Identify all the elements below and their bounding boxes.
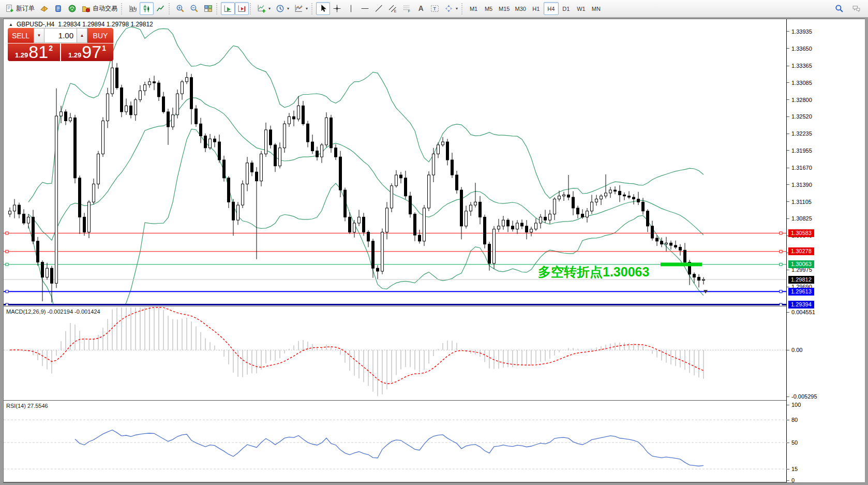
tick-dash: [787, 312, 789, 313]
cursor-button[interactable]: [316, 2, 330, 15]
price-tick-label: 1.32520: [787, 113, 812, 120]
navigator-button[interactable]: [65, 2, 79, 15]
tf-m30-button[interactable]: M30: [512, 2, 528, 15]
tf-mn-button[interactable]: MN: [589, 2, 604, 15]
candle: [195, 109, 198, 124]
candle: [535, 223, 537, 229]
new-order-button[interactable]: 新订单: [3, 2, 37, 15]
vertical-line-button[interactable]: [344, 2, 358, 15]
pivot-annotation-text[interactable]: 多空转折点1.30063: [538, 264, 649, 279]
candle: [297, 106, 300, 119]
chat-button[interactable]: [849, 2, 863, 15]
main-pane: 多空转折点1.30063: [4, 27, 787, 328]
text-button[interactable]: A: [414, 2, 428, 15]
tick-dash: [787, 66, 789, 66]
hline-handle[interactable]: [6, 290, 8, 293]
text-label-button[interactable]: T: [428, 2, 442, 15]
market-watch-button[interactable]: [37, 2, 51, 15]
candle: [46, 268, 49, 277]
candle: [595, 199, 598, 202]
crosshair-button[interactable]: [330, 2, 344, 15]
candle: [167, 112, 170, 127]
candle: [479, 202, 482, 217]
line-chart-button[interactable]: [154, 2, 168, 15]
indicators-button[interactable]: ▾: [255, 2, 273, 15]
candle: [37, 241, 39, 262]
candle: [679, 247, 682, 250]
candle: [586, 211, 589, 217]
candle: [214, 139, 216, 142]
collapse-one-click-arrow[interactable]: ▲: [9, 22, 13, 27]
chart-header: ▲ GBPUSD-,H4 1.29834 1.29894 1.29798 1.2…: [9, 21, 153, 28]
tf-m15-button[interactable]: M15: [496, 2, 512, 15]
price-chart[interactable]: 多空转折点1.30063: [4, 19, 787, 482]
tf-m1-button[interactable]: M1: [466, 2, 481, 15]
templates-button[interactable]: ▾: [292, 2, 310, 15]
hline-handle[interactable]: [780, 263, 782, 266]
candlestick-chart-button[interactable]: [140, 2, 154, 15]
bar-chart-button[interactable]: [126, 2, 140, 15]
price-tick-label: 1.31670: [787, 164, 812, 171]
candle: [456, 175, 458, 190]
hline-handle[interactable]: [780, 250, 782, 253]
zoom-in-button[interactable]: [173, 2, 187, 15]
fibonacci-button[interactable]: F: [400, 2, 414, 15]
hline-handle[interactable]: [6, 303, 8, 306]
auto-scroll-button[interactable]: [221, 2, 235, 15]
volume-decrease-button[interactable]: ▼: [34, 28, 44, 43]
hline-handle[interactable]: [6, 263, 8, 266]
candle: [116, 68, 118, 87]
rsi-axis-label: 15: [787, 465, 798, 473]
tf-h4-button[interactable]: H4: [544, 2, 559, 15]
price-level-badge: 1.30278: [788, 247, 814, 255]
chart-symbol-period: GBPUSD-,H4: [17, 21, 54, 28]
candle: [367, 232, 370, 241]
hline-handle[interactable]: [780, 303, 782, 306]
candle: [386, 208, 388, 232]
volume-increase-button[interactable]: ▲: [77, 28, 87, 43]
horizontal-line-button[interactable]: [358, 2, 372, 15]
hline-handle[interactable]: [6, 232, 8, 234]
buy-price-tile[interactable]: 1.29971: [61, 43, 113, 61]
candle: [651, 226, 654, 238]
toolbar-separator: [216, 3, 219, 14]
zoom-out-button[interactable]: [187, 2, 201, 15]
tf-h1-button[interactable]: H1: [529, 2, 544, 15]
candle: [144, 85, 146, 91]
data-window-button[interactable]: [51, 2, 65, 15]
buy-price-pip: 1: [102, 45, 106, 52]
candle: [577, 208, 579, 214]
candle: [55, 116, 58, 283]
autotrading-button[interactable]: 自动交易: [79, 2, 120, 15]
candle: [121, 87, 123, 111]
buy-button[interactable]: BUY: [87, 28, 113, 43]
candle: [377, 268, 379, 271]
equidistant-channel-button[interactable]: E: [386, 2, 400, 15]
candle: [13, 205, 16, 211]
trendline-button[interactable]: [372, 2, 386, 15]
search-button[interactable]: [832, 2, 846, 15]
tf-d1-button[interactable]: D1: [559, 2, 574, 15]
sell-price-pip: 2: [49, 45, 53, 52]
tf-m5-button[interactable]: M5: [481, 2, 496, 15]
candle: [176, 94, 179, 115]
sell-price-tile[interactable]: 1.29812: [8, 43, 60, 61]
hline-handle[interactable]: [780, 290, 782, 293]
volume-input[interactable]: [44, 28, 77, 43]
shapes-button[interactable]: ▾: [442, 2, 460, 15]
price-axis[interactable]: 1.339351.336501.333651.330851.328001.325…: [787, 19, 865, 482]
autotrading-icon: [82, 4, 91, 13]
sell-button[interactable]: SELL: [8, 28, 34, 43]
hline-handle[interactable]: [6, 250, 8, 253]
candle: [451, 160, 454, 175]
tf-w1-button[interactable]: W1: [574, 2, 589, 15]
tick-dash: [787, 396, 789, 397]
green-level-segment[interactable]: [661, 262, 702, 266]
price-tick-label: 1.32235: [787, 130, 812, 137]
hline-handle[interactable]: [780, 232, 782, 234]
toolbar-separator: [250, 3, 252, 14]
tile-windows-button[interactable]: [201, 2, 215, 15]
periods-button[interactable]: ▾: [273, 2, 292, 15]
chart-shift-button[interactable]: [235, 2, 249, 15]
candle: [609, 190, 612, 193]
